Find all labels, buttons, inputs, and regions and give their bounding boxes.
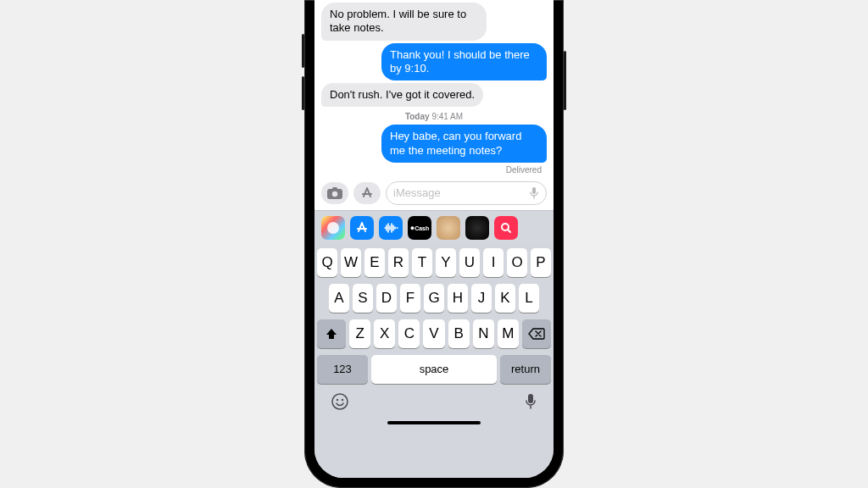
key-o[interactable]: O	[507, 248, 527, 277]
timestamp-label: Today 9:41 AM	[321, 112, 547, 121]
svg-rect-3	[532, 187, 536, 194]
keyboard-row-1: Q W E R T Y U I O P	[317, 248, 551, 277]
keyboard-row-2: A S D F G H J K L	[317, 284, 551, 313]
key-l[interactable]: L	[519, 284, 539, 313]
keyboard-bottom-bar	[317, 391, 551, 411]
key-r[interactable]: R	[388, 248, 409, 277]
key-d[interactable]: D	[376, 284, 397, 313]
key-shift[interactable]	[317, 319, 346, 348]
key-h[interactable]: H	[448, 284, 468, 313]
svg-rect-9	[528, 394, 533, 403]
shift-icon	[325, 327, 338, 341]
key-u[interactable]: U	[459, 248, 480, 277]
power-button[interactable]	[564, 51, 566, 110]
key-m[interactable]: M	[498, 319, 519, 348]
waveform-icon	[383, 222, 398, 234]
photos-icon	[326, 220, 341, 236]
emoji-button[interactable]	[331, 392, 349, 411]
app-photos[interactable]	[321, 216, 345, 240]
key-n[interactable]: N	[473, 319, 494, 348]
key-backspace[interactable]	[522, 319, 551, 348]
key-g[interactable]: G	[424, 284, 444, 313]
appstore-icon	[360, 186, 374, 200]
key-c[interactable]: C	[398, 319, 420, 348]
message-row: No problem. I will be sure to take notes…	[321, 3, 547, 41]
apple-cash-label: ●Cash	[410, 224, 430, 232]
key-e[interactable]: E	[364, 248, 385, 277]
key-p[interactable]: P	[531, 248, 551, 277]
message-bubble-incoming[interactable]: Don't rush. I've got it covered.	[321, 83, 483, 107]
camera-button[interactable]	[321, 182, 348, 204]
key-space[interactable]: space	[371, 355, 497, 384]
key-i[interactable]: I	[483, 248, 504, 277]
key-f[interactable]: F	[400, 284, 420, 313]
delivered-status: Delivered	[321, 165, 547, 175]
app-memoji-1[interactable]	[437, 216, 460, 240]
key-z[interactable]: Z	[349, 319, 370, 348]
backspace-icon	[528, 328, 545, 340]
svg-point-4	[327, 222, 339, 234]
message-placeholder: iMessage	[393, 186, 441, 199]
imessage-app-strip[interactable]: ●Cash	[314, 210, 554, 245]
microphone-icon	[524, 392, 537, 411]
message-row: Hey babe, can you forward me the meeting…	[321, 125, 547, 163]
phone-frame: No problem. I will be sure to take notes…	[304, 0, 564, 488]
dictate-inline-button[interactable]	[529, 186, 539, 200]
screen: No problem. I will be sure to take notes…	[314, 0, 554, 478]
key-b[interactable]: B	[448, 319, 470, 348]
key-v[interactable]: V	[423, 319, 444, 348]
conversation-thread[interactable]: No problem. I will be sure to take notes…	[314, 0, 554, 178]
message-bubble-outgoing[interactable]: Thank you! I should be there by 9:10.	[381, 43, 547, 81]
keyboard: Q W E R T Y U I O P A S D F G H J K L	[314, 245, 554, 478]
message-bubble-incoming[interactable]: No problem. I will be sure to take notes…	[321, 3, 487, 41]
volume-down-button[interactable]	[302, 76, 304, 110]
camera-icon	[327, 187, 342, 199]
message-input[interactable]: iMessage	[386, 181, 547, 205]
key-t[interactable]: T	[412, 248, 432, 277]
key-return[interactable]: return	[500, 355, 551, 384]
message-row: Thank you! I should be there by 9:10.	[321, 43, 547, 81]
svg-point-7	[337, 399, 338, 401]
key-s[interactable]: S	[353, 284, 373, 313]
emoji-icon	[331, 392, 349, 411]
app-audio[interactable]	[379, 216, 403, 240]
key-w[interactable]: W	[341, 248, 361, 277]
timestamp-time: 9:41 AM	[431, 112, 463, 121]
key-j[interactable]: J	[471, 284, 492, 313]
timestamp-day: Today	[405, 112, 430, 121]
app-find[interactable]	[494, 216, 518, 240]
key-q[interactable]: Q	[317, 248, 337, 277]
key-x[interactable]: X	[374, 319, 395, 348]
appstore-icon	[355, 221, 369, 235]
compose-bar: iMessage	[314, 178, 554, 210]
svg-point-2	[332, 191, 337, 197]
app-memoji-2[interactable]	[465, 216, 489, 240]
volume-up-button[interactable]	[302, 34, 304, 68]
key-123[interactable]: 123	[317, 355, 368, 384]
dictation-button[interactable]	[524, 392, 537, 411]
keyboard-row-4: 123 space return	[317, 355, 551, 384]
home-indicator[interactable]	[387, 421, 481, 424]
svg-point-8	[342, 399, 343, 401]
keyboard-row-3: Z X C V B N M	[317, 319, 551, 348]
app-drawer-button[interactable]	[353, 182, 381, 204]
search-icon	[499, 221, 513, 235]
key-y[interactable]: Y	[436, 248, 456, 277]
svg-rect-1	[332, 187, 337, 190]
message-row: Don't rush. I've got it covered.	[321, 83, 547, 107]
message-bubble-outgoing[interactable]: Hey babe, can you forward me the meeting…	[381, 125, 547, 163]
app-store[interactable]	[350, 216, 374, 240]
key-k[interactable]: K	[495, 284, 515, 313]
microphone-icon	[529, 186, 539, 200]
key-a[interactable]: A	[329, 284, 349, 313]
svg-point-6	[332, 394, 348, 409]
app-apple-cash[interactable]: ●Cash	[408, 216, 431, 240]
